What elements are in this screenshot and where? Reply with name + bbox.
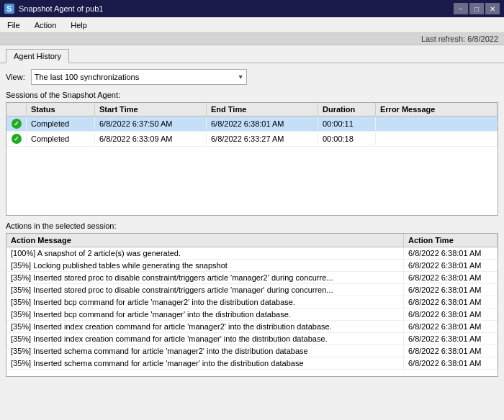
actions-col-time: Action Time — [404, 234, 498, 247]
action-time-5: 6/8/2022 6:38:01 AM — [404, 309, 498, 320]
actions-section-label: Actions in the selected session: — [6, 222, 498, 230]
actions-col-message: Action Message — [6, 234, 404, 247]
action-message-2: [35%] Inserted stored proc to disable co… — [6, 272, 404, 283]
completed-icon-1: ✓ — [12, 134, 22, 144]
status-icon-1: ✓ — [6, 132, 27, 146]
actions-row[interactable]: [35%] Inserted schema command for articl… — [6, 345, 498, 357]
sessions-col-status: Status — [27, 103, 95, 116]
sessions-status-0: Completed — [27, 117, 95, 130]
menu-help[interactable]: Help — [66, 19, 91, 31]
view-select-wrapper: The last 100 synchronizationsAllCustom ▼ — [31, 69, 247, 85]
completed-icon-0: ✓ — [12, 119, 22, 129]
actions-row[interactable]: [35%] Inserted stored proc to disable co… — [6, 272, 498, 284]
menu-action[interactable]: Action — [30, 19, 61, 31]
content-area: View: The last 100 synchronizationsAllCu… — [0, 63, 504, 383]
action-time-9: 6/8/2022 6:38:01 AM — [404, 357, 498, 369]
tab-bar: Agent History — [0, 45, 504, 63]
action-time-2: 6/8/2022 6:38:01 AM — [404, 272, 498, 283]
actions-row[interactable]: [100%] A snapshot of 2 article(s) was ge… — [6, 247, 498, 260]
action-time-4: 6/8/2022 6:38:01 AM — [404, 296, 498, 308]
sessions-duration-1: 00:00:18 — [318, 132, 376, 145]
actions-row[interactable]: [35%] Inserted stored proc to disable co… — [6, 284, 498, 296]
action-message-6: [35%] Inserted index creation command fo… — [6, 321, 404, 332]
sessions-duration-0: 00:00:11 — [318, 117, 376, 130]
actions-rows-container: [100%] A snapshot of 2 article(s) was ge… — [6, 247, 498, 370]
sessions-col-error: Error Message — [376, 103, 498, 116]
action-message-3: [35%] Inserted stored proc to disable co… — [6, 284, 404, 296]
actions-row[interactable]: [35%] Inserted index creation command fo… — [6, 321, 498, 333]
action-time-6: 6/8/2022 6:38:01 AM — [404, 321, 498, 332]
sessions-start-0: 6/8/2022 6:37:50 AM — [95, 117, 207, 130]
title-bar-controls: − □ ✕ — [454, 3, 500, 14]
sessions-col-icon — [6, 103, 27, 116]
actions-row[interactable]: [35%] Locking published tables while gen… — [6, 260, 498, 272]
minimize-button[interactable]: − — [454, 3, 468, 14]
refresh-text: Last refresh: 6/8/2022 — [421, 35, 498, 43]
sessions-end-1: 6/8/2022 6:33:27 AM — [207, 132, 318, 145]
action-time-1: 6/8/2022 6:38:01 AM — [404, 260, 498, 271]
action-time-8: 6/8/2022 6:38:01 AM — [404, 345, 498, 357]
actions-header: Action Message Action Time — [6, 234, 498, 247]
actions-row[interactable]: [35%] Inserted bcp command for article '… — [6, 309, 498, 321]
sessions-col-end: End Time — [207, 103, 318, 116]
menu-file[interactable]: File — [3, 19, 24, 31]
action-time-3: 6/8/2022 6:38:01 AM — [404, 284, 498, 296]
action-message-5: [35%] Inserted bcp command for article '… — [6, 309, 404, 320]
window-title: Snapshot Agent of pub1 — [19, 4, 103, 13]
view-label: View: — [6, 73, 25, 81]
refresh-bar: Last refresh: 6/8/2022 — [0, 33, 504, 45]
sessions-header: Status Start Time End Time Duration Erro… — [6, 103, 498, 117]
action-message-4: [35%] Inserted bcp command for article '… — [6, 296, 404, 308]
sessions-error-1 — [376, 137, 498, 141]
actions-row[interactable]: [35%] Inserted bcp command for article '… — [6, 296, 498, 309]
title-bar-left: S Snapshot Agent of pub1 — [4, 4, 103, 14]
action-message-7: [35%] Inserted index creation command fo… — [6, 333, 404, 344]
tab-agent-history[interactable]: Agent History — [6, 49, 69, 63]
close-button[interactable]: ✕ — [485, 3, 500, 14]
title-bar: S Snapshot Agent of pub1 − □ ✕ — [0, 0, 504, 17]
sessions-row[interactable]: ✓ Completed 6/8/2022 6:33:09 AM 6/8/2022… — [6, 132, 498, 147]
app-icon: S — [4, 4, 14, 14]
sessions-section-label: Sessions of the Snapshot Agent: — [6, 91, 498, 99]
sessions-panel[interactable]: Status Start Time End Time Duration Erro… — [6, 102, 498, 216]
status-icon-0: ✓ — [6, 117, 27, 131]
view-row: View: The last 100 synchronizationsAllCu… — [6, 69, 498, 85]
sessions-start-1: 6/8/2022 6:33:09 AM — [95, 132, 207, 145]
sessions-row[interactable]: ✓ Completed 6/8/2022 6:37:50 AM 6/8/2022… — [6, 117, 498, 132]
sessions-error-0 — [376, 122, 498, 126]
sessions-col-duration: Duration — [318, 103, 376, 116]
actions-row[interactable]: [35%] Inserted schema command for articl… — [6, 357, 498, 370]
action-time-0: 6/8/2022 6:38:01 AM — [404, 247, 498, 259]
maximize-button[interactable]: □ — [469, 3, 484, 14]
sessions-status-1: Completed — [27, 132, 95, 145]
action-time-7: 6/8/2022 6:38:01 AM — [404, 333, 498, 344]
action-message-1: [35%] Locking published tables while gen… — [6, 260, 404, 271]
actions-row[interactable]: [35%] Inserted index creation command fo… — [6, 333, 498, 345]
action-message-9: [35%] Inserted schema command for articl… — [6, 357, 404, 369]
sessions-col-start: Start Time — [95, 103, 207, 116]
view-select[interactable]: The last 100 synchronizationsAllCustom — [31, 69, 247, 85]
action-message-8: [35%] Inserted schema command for articl… — [6, 345, 404, 357]
menu-bar: File Action Help — [0, 17, 504, 33]
sessions-end-0: 6/8/2022 6:38:01 AM — [207, 117, 318, 130]
action-message-0: [100%] A snapshot of 2 article(s) was ge… — [6, 247, 404, 259]
actions-panel[interactable]: Action Message Action Time [100%] A snap… — [6, 233, 498, 377]
